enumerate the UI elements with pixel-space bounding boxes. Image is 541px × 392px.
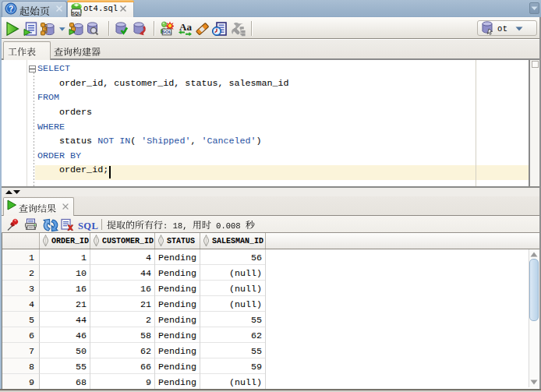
svg-text:?: ? <box>9 5 13 13</box>
svg-text:SOL: SOL <box>162 29 172 34</box>
svg-text:SQL: SQL <box>72 11 81 16</box>
